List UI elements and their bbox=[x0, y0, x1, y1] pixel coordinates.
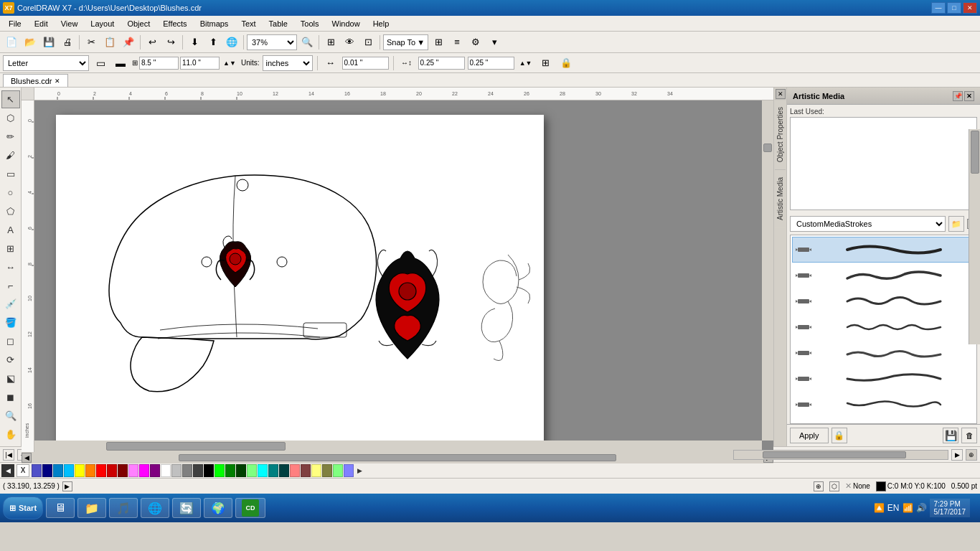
view-mode2-btn[interactable]: 👁 bbox=[341, 34, 358, 51]
panel-pin-btn[interactable]: 📌 bbox=[953, 91, 963, 101]
zoom-select[interactable]: 37% 50% 75% 100% bbox=[247, 34, 297, 50]
color-swatch-9[interactable] bbox=[118, 464, 128, 477]
extra-btn[interactable]: ▾ bbox=[486, 34, 503, 51]
width-input[interactable] bbox=[139, 57, 179, 70]
color-mode-btn[interactable]: ⊕ bbox=[814, 481, 824, 491]
scroll-left-btn[interactable]: ◀ bbox=[22, 453, 32, 463]
color-swatch-21[interactable] bbox=[247, 464, 257, 477]
snap-btn1[interactable]: ⊞ bbox=[430, 34, 447, 51]
zoom-level-btn[interactable]: 🔍 bbox=[298, 34, 316, 51]
publish-button[interactable]: 🌐 bbox=[223, 34, 240, 51]
tab-close-btn[interactable]: ✕ bbox=[55, 77, 60, 85]
coord-controls[interactable]: ▲▼ bbox=[517, 55, 534, 72]
apply-button[interactable]: Apply bbox=[790, 428, 829, 443]
brush-item-6[interactable] bbox=[792, 366, 975, 392]
rectangle-tool[interactable]: ▭ bbox=[1, 165, 20, 183]
color-swatch-17[interactable] bbox=[204, 464, 214, 477]
coord-x-input[interactable] bbox=[418, 57, 465, 70]
color-swatch-16[interactable] bbox=[193, 464, 203, 477]
color-swatch-2[interactable] bbox=[42, 464, 52, 477]
undo-button[interactable]: ↩ bbox=[143, 34, 161, 51]
new-button[interactable]: 📄 bbox=[3, 34, 20, 51]
zoom-tool[interactable]: 🔍 bbox=[1, 407, 20, 425]
scroll-right-nav[interactable]: ▶ bbox=[951, 449, 963, 461]
clock-display[interactable]: 7:29 PM 5/17/2017 bbox=[930, 499, 971, 517]
brush-item-7[interactable] bbox=[792, 392, 975, 418]
color-swatch-3[interactable] bbox=[53, 464, 63, 477]
snap-indicator-btn[interactable]: ⬡ bbox=[829, 481, 839, 491]
brush-category-select[interactable]: CustomMediaStrokes bbox=[790, 216, 946, 232]
menu-layout[interactable]: Layout bbox=[85, 17, 120, 31]
menu-edit[interactable]: Edit bbox=[29, 17, 54, 31]
minimize-button[interactable]: — bbox=[931, 2, 946, 14]
grid-btn[interactable]: ⊞ bbox=[537, 55, 555, 72]
fill-tool[interactable]: 🪣 bbox=[1, 314, 20, 331]
units-select[interactable]: inches mm cm px bbox=[263, 55, 313, 71]
menu-help[interactable]: Help bbox=[367, 17, 395, 31]
dimension-tool[interactable]: ↔ bbox=[1, 258, 20, 276]
brush-list[interactable] bbox=[790, 235, 977, 424]
print-button[interactable]: 🖨 bbox=[59, 34, 76, 51]
text-tool[interactable]: A bbox=[1, 221, 20, 239]
redo-button[interactable]: ↪ bbox=[162, 34, 179, 51]
color-swatch-5[interactable] bbox=[75, 464, 85, 477]
color-swatch-19[interactable] bbox=[225, 464, 235, 477]
vertical-scrollbar[interactable] bbox=[762, 100, 773, 441]
export-button[interactable]: ⬆ bbox=[204, 34, 222, 51]
panel-controls[interactable]: 📌 ✕ bbox=[953, 91, 974, 101]
open-button[interactable]: 📂 bbox=[22, 34, 39, 51]
nav-hscroll-thumb[interactable] bbox=[763, 451, 906, 458]
import-button[interactable]: ⬇ bbox=[186, 34, 203, 51]
brush-folder-btn[interactable]: 📁 bbox=[948, 216, 964, 232]
brush-item-8[interactable] bbox=[792, 418, 975, 424]
vscroll-thumb[interactable] bbox=[763, 143, 772, 152]
outline-tool[interactable]: ◻ bbox=[1, 332, 20, 350]
landscape-btn[interactable]: ▬ bbox=[112, 55, 129, 72]
maximize-button[interactable]: □ bbox=[947, 2, 961, 14]
brush-item-5[interactable] bbox=[792, 340, 975, 366]
tray-network[interactable]: 📶 bbox=[903, 503, 913, 513]
color-swatch-18[interactable] bbox=[215, 464, 225, 477]
no-fill-swatch[interactable]: X bbox=[17, 464, 29, 477]
document-tab[interactable]: Blushes.cdr ✕ bbox=[3, 74, 68, 87]
color-swatch-10[interactable] bbox=[128, 464, 138, 477]
menu-file[interactable]: File bbox=[3, 17, 27, 31]
taskbar-chrome[interactable]: 🌍 bbox=[204, 498, 232, 518]
height-input[interactable] bbox=[180, 57, 220, 70]
color-swatch-29[interactable] bbox=[333, 464, 343, 477]
hand-tool[interactable]: ✋ bbox=[1, 425, 20, 443]
color-swatch-6[interactable] bbox=[85, 464, 95, 477]
drawing-canvas[interactable] bbox=[34, 100, 773, 452]
color-swatch-26[interactable] bbox=[301, 464, 311, 477]
menu-table[interactable]: Table bbox=[263, 17, 293, 31]
color-swatch-12[interactable] bbox=[150, 464, 160, 477]
cut-button[interactable]: ✂ bbox=[83, 34, 100, 51]
extrude-tool[interactable]: ⬕ bbox=[1, 369, 20, 387]
menu-window[interactable]: Window bbox=[326, 17, 366, 31]
eyedropper-tool[interactable]: 💉 bbox=[1, 295, 20, 313]
color-swatch-22[interactable] bbox=[258, 464, 268, 477]
hscroll-thumb[interactable] bbox=[106, 442, 286, 451]
tray-language[interactable]: EN bbox=[887, 503, 900, 513]
panel-vscroll[interactable] bbox=[969, 129, 980, 344]
color-swatch-25[interactable] bbox=[290, 464, 300, 477]
color-swatch-7[interactable] bbox=[96, 464, 106, 477]
snap-dropdown[interactable]: Snap To ▼ bbox=[383, 34, 428, 50]
page-size-select[interactable]: Letter A4 Legal bbox=[3, 55, 89, 71]
menu-bitmaps[interactable]: Bitmaps bbox=[194, 17, 235, 31]
menu-effects[interactable]: Effects bbox=[157, 17, 192, 31]
color-swatch-1[interactable] bbox=[32, 464, 42, 477]
color-swatch-24[interactable] bbox=[279, 464, 289, 477]
hscroll-track2[interactable] bbox=[33, 453, 762, 463]
tray-volume[interactable]: 🔊 bbox=[916, 503, 927, 513]
nav-hscroll[interactable] bbox=[733, 450, 948, 460]
view-mode-btn[interactable]: ⊞ bbox=[322, 34, 339, 51]
palette-scroll-right[interactable]: ▶ bbox=[354, 464, 364, 477]
color-swatch-4[interactable] bbox=[64, 464, 74, 477]
start-button[interactable]: ⊞ Start bbox=[3, 496, 43, 519]
brush-item-3[interactable] bbox=[792, 288, 975, 314]
taskbar-music[interactable]: 🎵 bbox=[109, 498, 138, 518]
lock-btn2[interactable]: 🔒 bbox=[557, 55, 575, 72]
coord-y-input[interactable] bbox=[468, 57, 514, 70]
portrait-btn[interactable]: ▭ bbox=[92, 55, 109, 72]
